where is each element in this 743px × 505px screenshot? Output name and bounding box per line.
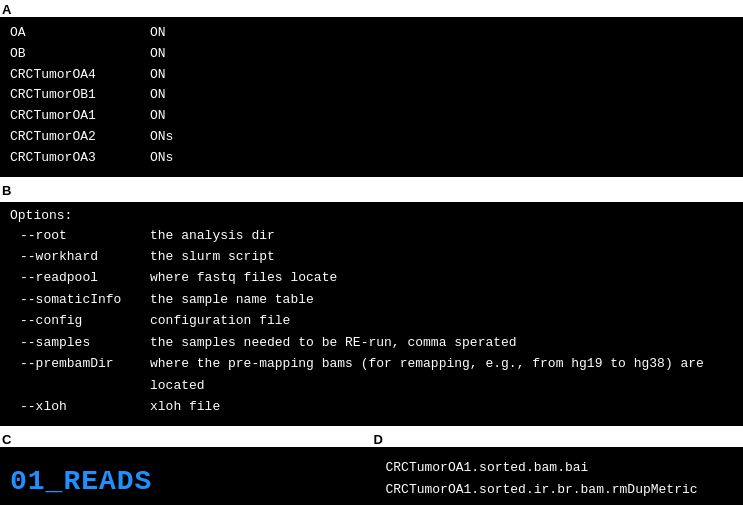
option-row: --configconfiguration file — [10, 310, 733, 331]
option-key: --samples — [10, 332, 150, 353]
section-b-label: B — [0, 181, 15, 198]
row-key: OA — [10, 23, 130, 44]
option-value: configuration file — [150, 310, 290, 331]
option-key: --workhard — [10, 246, 150, 267]
table-row: OBON — [10, 44, 733, 65]
section-c-label: C — [0, 430, 372, 447]
section-b-options: --rootthe analysis dir--workhardthe slur… — [10, 225, 733, 418]
row-value: ON — [150, 65, 166, 86]
row-key: OB — [10, 44, 130, 65]
row-key: CRCTumorOA1 — [10, 106, 130, 127]
section-a: OAONOBONCRCTumorOA4ONCRCTumorOB1ONCRCTum… — [0, 17, 743, 177]
file-item: CRCTumorOA1.sorted.ir.br.bam.rmDupMetric — [386, 479, 730, 502]
option-value: the samples needed to be RE-run, comma s… — [150, 332, 517, 353]
section-a-table: OAONOBONCRCTumorOA4ONCRCTumorOB1ONCRCTum… — [10, 23, 733, 169]
table-row: CRCTumorOA1ON — [10, 106, 733, 127]
row-key: CRCTumorOA4 — [10, 65, 130, 86]
option-key: --readpool — [10, 267, 150, 288]
options-header: Options: — [10, 208, 733, 223]
table-row: OAON — [10, 23, 733, 44]
directory-label: 01_READS — [10, 462, 188, 501]
row-key: CRCTumorOB1 — [10, 85, 130, 106]
section-a-label: A — [0, 0, 15, 17]
option-row: --readpoolwhere fastq files locate — [10, 267, 733, 288]
section-d-content: CRCTumorOA1.sorted.bam.baiCRCTumorOA1.so… — [386, 457, 730, 505]
option-key: --somaticInfo — [10, 289, 150, 310]
section-c: 01_READS02_MAPPING — [0, 447, 372, 505]
option-row: --rootthe analysis dir — [10, 225, 733, 246]
row-key: CRCTumorOA2 — [10, 127, 130, 148]
option-value: where the pre-mapping bams (for remappin… — [150, 353, 733, 396]
option-row: --xlohxloh file — [10, 396, 733, 417]
table-row: CRCTumorOA2ONs — [10, 127, 733, 148]
row-value: ON — [150, 44, 166, 65]
table-row: CRCTumorOA3ONs — [10, 148, 733, 169]
main-grid: A OAONOBONCRCTumorOA4ONCRCTumorOB1ONCRCT… — [0, 0, 743, 505]
row-value: ON — [150, 23, 166, 44]
row-value: ONs — [150, 127, 173, 148]
file-item: CRCTumorOA1.sorted.bam.bai — [386, 457, 730, 480]
row-value: ONs — [150, 148, 173, 169]
section-c-content: 01_READS02_MAPPING — [10, 462, 188, 505]
option-key: --xloh — [10, 396, 150, 417]
row-value: ON — [150, 106, 166, 127]
option-value: xloh file — [150, 396, 220, 417]
section-d: CRCTumorOA1.sorted.bam.baiCRCTumorOA1.so… — [372, 447, 744, 505]
directory-label: 02_MAPPING — [10, 502, 188, 505]
table-row: CRCTumorOB1ON — [10, 85, 733, 106]
section-d-label: D — [372, 430, 744, 447]
option-key: --config — [10, 310, 150, 331]
option-key: --prembamDir — [10, 353, 150, 396]
option-row: --somaticInfothe sample name table — [10, 289, 733, 310]
option-row: --samplesthe samples needed to be RE-run… — [10, 332, 733, 353]
row-value: ON — [150, 85, 166, 106]
option-value: the sample name table — [150, 289, 314, 310]
table-row: CRCTumorOA4ON — [10, 65, 733, 86]
option-key: --root — [10, 225, 150, 246]
option-row: --prembamDirwhere the pre-mapping bams (… — [10, 353, 733, 396]
option-value: the slurm script — [150, 246, 275, 267]
row-key: CRCTumorOA3 — [10, 148, 130, 169]
option-value: the analysis dir — [150, 225, 275, 246]
option-value: where fastq files locate — [150, 267, 337, 288]
option-row: --workhardthe slurm script — [10, 246, 733, 267]
section-b: Options: --rootthe analysis dir--workhar… — [0, 202, 743, 426]
